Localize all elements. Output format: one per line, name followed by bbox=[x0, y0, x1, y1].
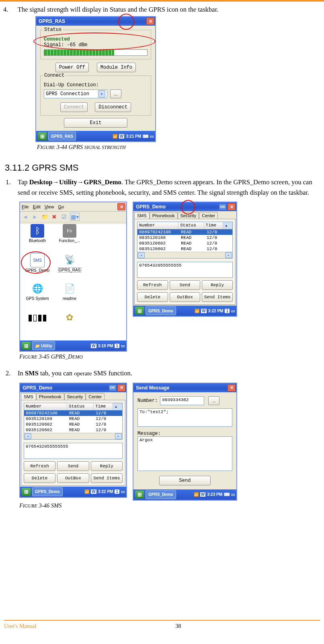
one-icon: 1 bbox=[115, 489, 119, 494]
list-row[interactable]: 886978242108READ12/0 bbox=[137, 229, 232, 235]
list-row[interactable]: 886978242108READ12/0 bbox=[24, 410, 122, 416]
function-app-icon[interactable]: FnFunction_... bbox=[54, 224, 85, 252]
w-icon: W bbox=[91, 489, 96, 494]
task-item[interactable]: GPRS_Demo bbox=[32, 487, 63, 496]
system-tray: 📶 W 3:21 PM ⌨ ▭ bbox=[113, 134, 154, 139]
tab-phonebook[interactable]: Phonebook bbox=[150, 212, 178, 219]
readme-app-icon[interactable]: 📄readme bbox=[54, 282, 85, 310]
list-row[interactable]: 0935120602READ12/0 bbox=[24, 427, 122, 433]
list-row[interactable]: 0935120188READ12/0 bbox=[137, 235, 232, 240]
tab-phonebook[interactable]: Phonebook bbox=[36, 393, 64, 400]
unknown-app-icon[interactable]: ✿ bbox=[54, 311, 85, 339]
red-highlight-ellipse bbox=[118, 14, 134, 30]
message-textarea[interactable]: 0765432055555555 bbox=[137, 262, 233, 278]
send-items-button[interactable]: Send Items bbox=[91, 473, 123, 483]
gprs-demo-app-icon[interactable]: SMS GPRS_Demo bbox=[22, 253, 53, 281]
gprs-ras-app-icon[interactable]: 📡GPRS_RAS bbox=[54, 253, 85, 281]
outbox-button[interactable]: OutBox bbox=[170, 292, 201, 302]
close-icon[interactable]: ✕ bbox=[228, 384, 236, 391]
close-icon[interactable]: ✕ bbox=[117, 203, 125, 210]
horizontal-scrollbar[interactable]: ◂▸ bbox=[137, 252, 232, 258]
select-value: GPRS Connection bbox=[46, 91, 89, 97]
delete-icon[interactable]: ✖ bbox=[51, 213, 58, 220]
connect-groupbox: Connect Dial-Up Connection: GPRS Connect… bbox=[40, 75, 151, 116]
power-off-button[interactable]: Power Off bbox=[55, 63, 89, 72]
scroll-up-icon[interactable]: ▴ bbox=[113, 403, 122, 410]
taskbar: ⊞ GPRS_Demo 📶 W 3:22 PM 1 ▭ bbox=[133, 306, 236, 316]
close-icon[interactable]: ✕ bbox=[117, 384, 125, 391]
start-button[interactable]: ⊞ bbox=[135, 307, 144, 315]
send-message-button[interactable]: Send bbox=[159, 476, 211, 485]
tab-center[interactable]: Center bbox=[86, 393, 105, 400]
properties-icon[interactable]: ☑ bbox=[60, 213, 68, 220]
refresh-button[interactable]: Refresh bbox=[24, 461, 55, 471]
list-row[interactable]: 0935120602READ12/0 bbox=[137, 246, 232, 252]
connection-select[interactable]: GPRS Connection ▼ bbox=[44, 90, 107, 98]
task-item[interactable]: 📁Utility bbox=[32, 341, 55, 350]
delete-button[interactable]: Delete bbox=[137, 292, 168, 302]
tab-sms[interactable]: SMS bbox=[21, 393, 36, 400]
tab-sms[interactable]: SMS bbox=[134, 212, 150, 219]
forward-icon[interactable]: ► bbox=[31, 213, 39, 220]
menu-edit[interactable]: Edit bbox=[33, 204, 41, 209]
task-item[interactable]: GPRS_Demo bbox=[146, 306, 176, 315]
message-textarea[interactable]: 0765432055555555 bbox=[24, 443, 123, 459]
tab-center[interactable]: Center bbox=[199, 212, 218, 219]
reply-button[interactable]: Reply bbox=[202, 280, 233, 290]
delete-button[interactable]: Delete bbox=[24, 473, 55, 483]
ok-button[interactable]: OK bbox=[219, 203, 227, 210]
view-dropdown-icon[interactable]: ▦▾ bbox=[70, 213, 80, 221]
sms-list[interactable]: Number Status Time ▴ 886978242108READ12/… bbox=[137, 222, 233, 259]
scroll-up-icon[interactable]: ▴ bbox=[223, 222, 232, 229]
module-info-button[interactable]: Module Info bbox=[97, 63, 136, 72]
start-button[interactable]: ⊞ bbox=[38, 132, 47, 140]
sms-list[interactable]: Number Status Time ▴ 886978242108READ12/… bbox=[24, 403, 123, 440]
task-item[interactable]: GPRS_Demo bbox=[146, 490, 176, 499]
number-input[interactable]: 0939334362 bbox=[160, 396, 204, 405]
w-icon: W bbox=[200, 492, 205, 497]
ok-button[interactable]: OK bbox=[109, 384, 117, 391]
bluetooth-app-icon[interactable]: ᛒBluetooth bbox=[22, 224, 53, 252]
list-row[interactable]: 0935120602READ12/0 bbox=[24, 422, 122, 427]
title-bar: GPRS_RAS ✕ bbox=[36, 17, 155, 26]
outbox-button[interactable]: OutBox bbox=[57, 473, 89, 483]
close-icon[interactable]: ✕ bbox=[228, 203, 236, 210]
send-button[interactable]: Send bbox=[57, 461, 89, 471]
up-icon[interactable]: 📁 bbox=[41, 213, 48, 220]
connect-button[interactable]: Connect bbox=[60, 102, 88, 112]
browse-button[interactable]: ... bbox=[208, 396, 219, 405]
task-item[interactable]: GPRS_RAS bbox=[48, 132, 76, 141]
browse-button[interactable]: ... bbox=[110, 90, 121, 98]
start-button[interactable]: ⊞ bbox=[22, 342, 31, 350]
document-page: 4. The signal strength will display in S… bbox=[0, 0, 324, 644]
menu-go[interactable]: Go bbox=[58, 204, 64, 209]
list-row[interactable]: 0935120602READ12/0 bbox=[137, 240, 232, 246]
step-4: 4. The signal strength will display in S… bbox=[3, 6, 320, 14]
horizontal-scrollbar[interactable]: ◂▸ bbox=[24, 433, 122, 439]
clock: 3:23 PM bbox=[207, 492, 222, 497]
message-body-textarea[interactable]: Argox bbox=[137, 436, 232, 471]
w-icon: W bbox=[91, 344, 96, 348]
reply-button[interactable]: Reply bbox=[91, 461, 123, 471]
exit-button[interactable]: Exit bbox=[64, 118, 127, 128]
menu-view[interactable]: View bbox=[45, 204, 54, 209]
disconnect-button[interactable]: Disconnect bbox=[95, 102, 131, 112]
start-button[interactable]: ⊞ bbox=[22, 488, 31, 496]
start-button[interactable]: ⊞ bbox=[135, 491, 144, 499]
one-icon: 1 bbox=[115, 344, 119, 348]
figure-caption: FIGURE 3-46 SMS bbox=[19, 502, 320, 509]
gps-app-icon[interactable]: 🌐GPS System bbox=[22, 282, 53, 310]
menu-file[interactable]: File bbox=[22, 204, 29, 209]
title-bar: GPRS_Demo OK ✕ bbox=[20, 383, 126, 392]
close-icon[interactable]: ✕ bbox=[146, 18, 154, 25]
send-items-button[interactable]: Send Items bbox=[202, 292, 233, 302]
step-1: 1.Tap Desktop→Utility→GPRS_Demo. The GPR… bbox=[18, 177, 320, 198]
list-row[interactable]: 0935120188READ12/0 bbox=[24, 416, 122, 422]
back-icon[interactable]: ◄ bbox=[22, 213, 29, 220]
clock: 3:19 PM bbox=[98, 344, 113, 348]
barcode-app-icon[interactable]: ▮▯▮▮ bbox=[22, 311, 53, 339]
to-textarea[interactable]: To:"test2"; bbox=[137, 408, 232, 427]
refresh-button[interactable]: Refresh bbox=[137, 280, 168, 290]
send-button[interactable]: Send bbox=[170, 280, 201, 290]
tab-security[interactable]: Security bbox=[64, 393, 86, 400]
